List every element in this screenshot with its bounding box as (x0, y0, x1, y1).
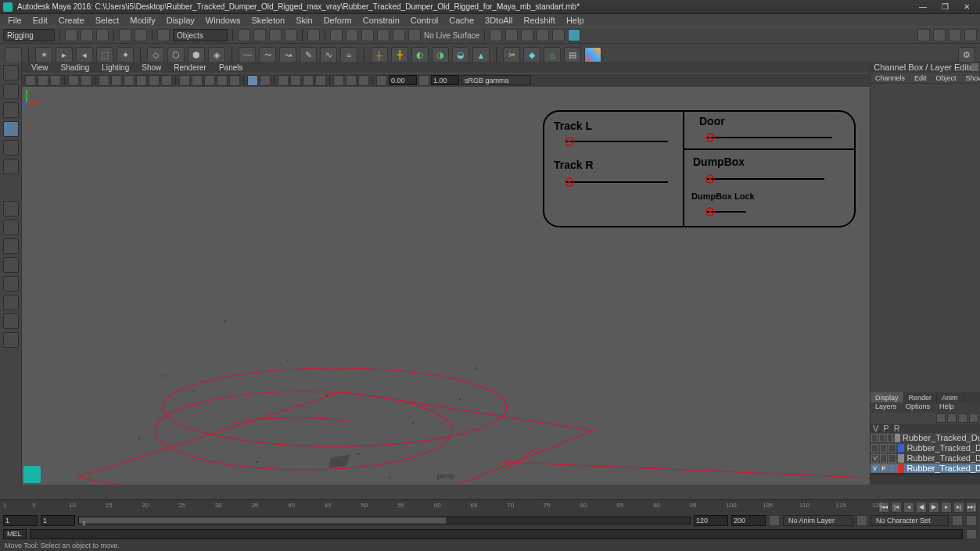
snap-live-button[interactable] (307, 29, 320, 41)
sidebar-toggle-2[interactable] (933, 29, 946, 41)
menu-create[interactable]: Create (54, 16, 89, 25)
pt-dof[interactable] (303, 75, 314, 86)
menu-help[interactable]: Help (562, 16, 589, 25)
step-back-button[interactable]: ◂ (903, 502, 914, 513)
anim-prefs-button[interactable] (966, 515, 977, 526)
panel-menu-shading[interactable]: Shading (56, 63, 95, 72)
sidebar-toggle-3[interactable] (949, 29, 961, 41)
viewport[interactable]: Track L Track R Door DumpBox DumpBox Loc… (22, 87, 870, 485)
script-lang[interactable]: MEL (3, 529, 27, 539)
anim-start-field[interactable]: 1 (3, 515, 38, 526)
panel-menu-show[interactable]: Show (137, 63, 166, 72)
close-button[interactable]: ✕ (957, 2, 977, 13)
render-settings-button[interactable] (377, 29, 389, 41)
pt-exposure-value[interactable]: 0.00 (389, 75, 417, 85)
layer-move-up-icon[interactable] (936, 413, 946, 423)
layer-tab-anim[interactable]: Anim (937, 392, 964, 403)
pt-expose[interactable] (333, 75, 344, 86)
pt-xray[interactable] (260, 75, 271, 86)
layer-move-down-icon[interactable] (947, 413, 957, 423)
toggle-5[interactable] (552, 29, 565, 41)
cb-menu-edit[interactable]: Edit (910, 73, 932, 83)
char-set-icon[interactable] (856, 515, 867, 526)
menu-skin[interactable]: Skin (291, 16, 317, 25)
command-input[interactable] (30, 529, 963, 539)
new-scene-button[interactable] (65, 29, 77, 41)
autokey-button[interactable] (952, 515, 963, 526)
pt-gamma-value[interactable]: 1.00 (431, 75, 459, 85)
pt-color-mode[interactable]: sRGB gamma (461, 75, 531, 85)
range-thumb[interactable]: 1 (79, 517, 446, 524)
snap-point-button[interactable] (269, 29, 282, 41)
go-end-button[interactable]: ▸▸| (966, 502, 977, 513)
snap-curve-button[interactable] (253, 29, 266, 41)
menu-file[interactable]: File (3, 16, 27, 25)
toggle-1[interactable] (490, 29, 502, 41)
layer-scrollbar[interactable] (871, 474, 980, 485)
pt-grid[interactable] (99, 75, 109, 86)
pt-grease[interactable] (81, 75, 92, 86)
char-set-select[interactable]: No Character Set (871, 515, 949, 526)
move-tool[interactable] (3, 121, 19, 137)
time-slider[interactable]: 1510152025303540455055606570758085909510… (0, 499, 980, 513)
snap-grid-button[interactable] (238, 29, 250, 41)
step-back-key-button[interactable]: |◂ (891, 502, 902, 513)
layer-menu-layers[interactable]: Layers (871, 403, 901, 413)
paint-select-tool[interactable] (3, 102, 19, 118)
hypershade-button[interactable] (408, 29, 421, 41)
minimize-button[interactable]: — (913, 2, 933, 13)
range-end-field[interactable]: 120 (694, 515, 728, 526)
hud-dumpbox-label[interactable]: DumpBox (693, 156, 745, 168)
pt-image-plane[interactable] (50, 75, 61, 86)
toggle-3[interactable] (521, 29, 533, 41)
pt-gate-mask[interactable] (136, 75, 147, 86)
menu-skeleton[interactable]: Skeleton (246, 16, 289, 25)
layer-row[interactable]: Rubber_Tracked_Dumper_Old (871, 433, 980, 443)
cb-menu-object[interactable]: Object (932, 73, 961, 83)
pt-isolate[interactable] (247, 75, 258, 86)
anim-end-field[interactable]: 200 (731, 515, 766, 526)
menu-display[interactable]: Display (162, 16, 199, 25)
menu-set-selector[interactable]: Rigging (3, 29, 55, 41)
layout-custom[interactable] (3, 313, 19, 329)
toggle-4[interactable] (537, 29, 549, 41)
pt-bookmark[interactable] (38, 75, 48, 86)
step-forward-button[interactable]: ▸ (941, 502, 952, 513)
panel-menu-panels[interactable]: Panels (214, 63, 248, 72)
sidebar-toggle-1[interactable] (917, 29, 930, 41)
ipr-button[interactable] (361, 29, 374, 41)
snap-plane-button[interactable] (285, 29, 297, 41)
layer-tab-render[interactable]: Render (904, 392, 938, 403)
layer-new-selected-icon[interactable] (969, 413, 978, 423)
history-button[interactable] (330, 29, 343, 41)
panel-menu-renderer[interactable]: Renderer (169, 63, 211, 72)
render-button[interactable] (346, 29, 358, 41)
hud-door-label[interactable]: Door (699, 115, 725, 127)
play-forward-button[interactable]: ▶ (928, 502, 939, 513)
anim-layer-icon[interactable] (769, 515, 780, 526)
script-editor-button[interactable] (966, 529, 977, 539)
pt-field[interactable] (149, 75, 160, 86)
layer-menu-options[interactable]: Options (901, 403, 935, 413)
toggle-6[interactable] (568, 29, 580, 41)
play-back-button[interactable]: ◀ (916, 502, 927, 513)
cb-menu-show[interactable]: Show (961, 73, 980, 83)
toggle-2[interactable] (505, 29, 518, 41)
maximize-button[interactable]: ❐ (935, 2, 955, 13)
pt-2d-pan[interactable] (68, 75, 79, 86)
lasso-tool[interactable] (3, 84, 19, 99)
pt-shadows[interactable] (229, 75, 240, 86)
hud-track-l-label[interactable]: Track L (554, 120, 592, 132)
hud-track-r-label[interactable]: Track R (554, 159, 594, 171)
menu-cache[interactable]: Cache (444, 16, 479, 25)
menu-deform[interactable]: Deform (319, 16, 357, 25)
pt-safe[interactable] (161, 75, 172, 86)
layout-two-side[interactable] (3, 238, 19, 254)
scale-tool[interactable] (3, 159, 19, 174)
menu-redshift[interactable]: Redshift (519, 16, 560, 25)
menu-edit[interactable]: Edit (28, 16, 52, 25)
anim-layer-select[interactable]: No Anim Layer (783, 515, 853, 526)
layout-persp-outliner[interactable] (3, 276, 19, 292)
render-view-button[interactable] (393, 29, 405, 41)
hud-dumpbox-lock-label[interactable]: DumpBox Lock (691, 191, 755, 201)
